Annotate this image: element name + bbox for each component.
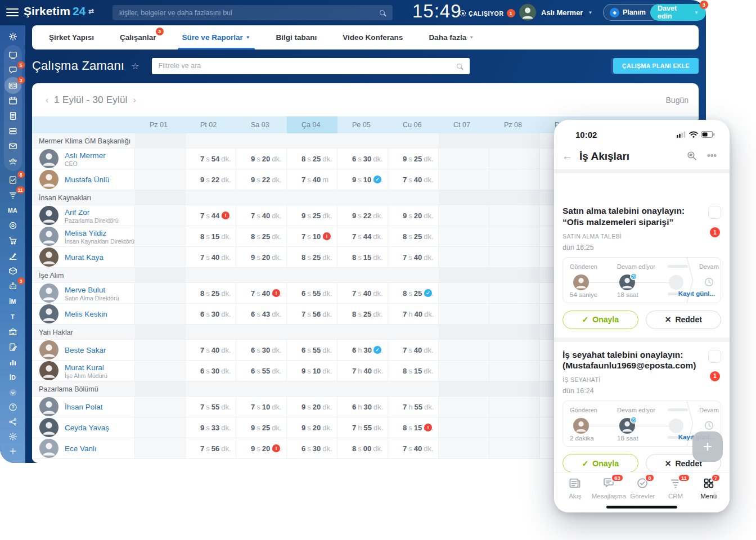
invite-button[interactable]: Davet edin ▼ 3 [650,4,706,21]
help-icon[interactable] [4,400,22,415]
employee-name-link[interactable]: Mustafa Ünlü [65,176,110,184]
tab-süre-ve-raporlar[interactable]: Süre ve Raporlar▼ [182,25,250,50]
select-checkbox[interactable] [708,206,721,219]
workgroups-icon[interactable] [4,154,22,169]
employee-name-link[interactable]: Ceyda Yavaş [65,424,109,432]
mobile-page-title: İş Akışları [579,150,629,163]
add-work-plan-button[interactable]: ÇALIŞMA PLANI EKLE [613,58,699,74]
time-cell [489,283,540,303]
day-column-header[interactable]: Pz 08 [489,116,540,133]
day-column-header[interactable]: Pe 05 [338,116,388,133]
mail-icon[interactable] [4,138,22,154]
analytics-icon[interactable] [4,354,22,370]
app-logo[interactable]: Şirketim24⇄ [24,4,94,18]
day-column-header[interactable]: Cu 06 [388,116,439,133]
day-column-header[interactable]: Pz 01 [135,116,186,133]
mobile-tab-akış[interactable]: Akış [559,477,592,512]
tab-şirket-yapısı[interactable]: Şirket Yapısı [49,25,94,50]
avatar[interactable] [39,340,58,359]
avatar[interactable] [39,284,58,303]
employee-name-link[interactable]: Arif Zor [65,208,89,217]
home-indicator[interactable] [606,506,677,508]
select-checkbox[interactable] [708,350,721,363]
day-column-header[interactable]: Sa 03 [236,116,287,133]
log-link[interactable]: Kayıt günl... [678,290,715,297]
im-label[interactable]: İM [4,294,22,309]
day-column-header[interactable]: Ça 04 [287,116,338,133]
employee-name-link[interactable]: İhsan Polat [65,403,103,411]
approve-button[interactable]: ✓Onayla [562,310,638,329]
share-icon[interactable] [4,415,22,429]
working-status[interactable]: ÇALIŞIYOR 1 [460,9,515,17]
time-cell [135,304,186,324]
prev-period-icon[interactable]: ‹ [42,95,52,105]
employee-name-link[interactable]: Murat Kural [65,363,104,372]
add-plus-icon[interactable] [4,444,22,458]
sender-avatar[interactable] [573,274,589,290]
pulse-icon[interactable] [4,29,22,44]
tasks-icon[interactable]: 8 [4,172,22,187]
reject-button[interactable]: ✕Reddet [646,310,722,329]
more-options-icon[interactable] [706,150,717,163]
avatar[interactable] [39,206,58,225]
workflow-card[interactable]: Satın alma talebini onaylayın: “Ofis mal… [554,198,730,329]
global-search-input[interactable] [112,9,380,17]
t-label[interactable]: T [4,309,22,324]
sign-icon[interactable] [4,248,22,263]
tab-daha-fazla[interactable]: Daha fazla▼ [429,25,474,50]
live-feed-icon[interactable] [4,47,22,62]
marketing-label[interactable]: MA [4,202,22,218]
sales-target-icon[interactable] [4,218,22,233]
tab-video-konferans[interactable]: Video Konferans [343,25,403,50]
avatar[interactable] [39,304,58,323]
calendar-icon[interactable] [4,93,22,108]
avatar[interactable] [39,170,58,189]
drive-icon[interactable] [4,123,22,138]
employee-name-link[interactable]: Beste Sakar [65,346,106,354]
crm-icon[interactable]: 11 [4,187,22,202]
day-column-header[interactable]: Ct 07 [439,116,489,133]
id-label[interactable]: İD [4,370,22,385]
employee-name-link[interactable]: Melisa Yildiz [65,229,106,237]
back-arrow-icon[interactable]: ← [562,150,573,163]
workflows-icon[interactable] [4,339,22,354]
sender-avatar[interactable] [573,418,589,434]
current-assignee-avatar[interactable] [619,274,635,290]
pending-step-placeholder [669,418,683,433]
avatar[interactable] [39,149,58,168]
employee-name-link[interactable]: Aslı Mermer [65,151,106,160]
employee-name-link[interactable]: Merve Bulut [65,286,105,294]
messenger-icon[interactable]: 5 [4,62,22,78]
tab-bilgi-tabanı[interactable]: Bilgi tabanı [276,25,317,50]
employee-name-link[interactable]: Murat Kaya [65,253,104,262]
sites-icon[interactable] [4,263,22,278]
today-link[interactable]: Bugün [666,96,688,105]
settings-gear-icon[interactable] [4,429,22,444]
user-menu[interactable]: Aslı Mermer ▼ [519,4,592,21]
avatar[interactable] [39,227,58,246]
day-column-header[interactable]: Pt 02 [186,116,236,133]
search-dialog-icon[interactable] [686,150,697,163]
avatar[interactable] [39,397,58,416]
shop-cart-icon[interactable] [4,233,22,248]
collapse-chevron-icon[interactable] [4,385,22,400]
next-period-icon[interactable]: › [130,95,140,105]
avatar[interactable] [39,439,58,458]
employee-name-link[interactable]: Ece Vanlı [65,444,97,453]
add-fab-button[interactable]: + [692,431,723,462]
avatar[interactable] [39,248,58,267]
approve-button[interactable]: ✓Onayla [562,454,638,472]
company-icon[interactable] [4,324,22,339]
favorite-star-icon[interactable]: ☆ [131,61,139,71]
employee-name-link[interactable]: Melis Keskin [65,310,107,318]
current-assignee-avatar[interactable] [619,418,635,434]
tab-çalışanlar[interactable]: Çalışanlar3 [120,25,156,50]
mobile-tab-menü[interactable]: Menü7 [692,477,725,512]
hamburger-menu-icon[interactable] [6,6,19,16]
avatar[interactable] [39,418,58,437]
filter-input[interactable] [152,62,457,70]
employees-icon[interactable]: 3 [4,78,22,93]
documents-icon[interactable] [4,108,22,123]
automation-robot-icon[interactable]: 3 [4,278,22,294]
avatar[interactable] [39,361,58,380]
